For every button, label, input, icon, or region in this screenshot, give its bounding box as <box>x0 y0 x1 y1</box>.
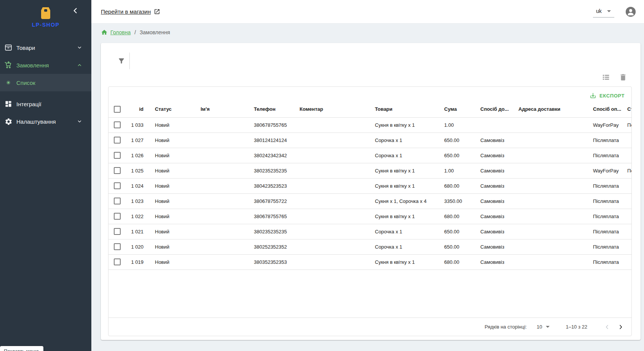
row-select-cell <box>108 254 127 270</box>
cell-payment: WayForPay <box>587 117 621 132</box>
go-to-store-link[interactable]: Перейти в магазин <box>101 8 160 15</box>
column-header-payment[interactable]: Спосіб оп... <box>587 101 621 117</box>
breadcrumb-home-link[interactable]: Головна <box>110 29 131 35</box>
table-row[interactable]: 1 023Новий380678755722Сукня x 1, Сорочка… <box>108 193 632 209</box>
download-icon <box>590 92 596 99</box>
row-select-cell <box>108 117 127 132</box>
cell-sum: 650.00 <box>438 239 474 254</box>
cell-goods: Сукня x 1, Сорочка x 4 <box>369 193 438 209</box>
next-page-button[interactable] <box>616 322 625 332</box>
sidebar-item-label: Список <box>16 80 35 86</box>
header-select-all <box>108 101 127 117</box>
column-header-delivery[interactable]: Спосіб до... <box>474 101 512 117</box>
trash-icon <box>619 73 627 81</box>
cell-payment_status <box>621 193 632 209</box>
chevron-right-icon <box>617 324 624 330</box>
row-checkbox[interactable] <box>114 137 121 144</box>
row-checkbox[interactable] <box>114 258 121 265</box>
row-checkbox[interactable] <box>114 213 121 220</box>
cell-address <box>512 193 587 209</box>
cell-goods: Сукня в квітку x 1 <box>369 117 438 132</box>
row-checkbox[interactable] <box>114 167 121 174</box>
cell-payment: Післяплата <box>587 209 621 224</box>
cell-payment: Післяплата <box>587 178 621 193</box>
collapse-sidebar-button[interactable] <box>72 7 79 14</box>
column-header-id[interactable]: id <box>127 101 149 117</box>
filter-funnel-icon <box>118 57 125 65</box>
table-row[interactable]: 1 024Новий380423523523Сукня в квітку x 1… <box>108 178 632 193</box>
view-list-icon <box>602 73 610 81</box>
row-checkbox[interactable] <box>114 152 121 159</box>
column-header-phone[interactable]: Телефон <box>248 101 293 117</box>
delete-button[interactable] <box>618 73 628 82</box>
row-checkbox[interactable] <box>114 182 121 189</box>
cell-delivery: Самовивіз <box>474 209 512 224</box>
sidebar-item-label: Налаштування <box>16 118 56 125</box>
orders-table: idСтатусІм'яТелефонКоментарТовариСумаСпо… <box>108 101 632 270</box>
row-checkbox[interactable] <box>114 121 121 128</box>
cell-delivery: Самовивіз <box>474 148 512 163</box>
external-link-icon <box>154 8 160 15</box>
column-header-name[interactable]: Ім'я <box>194 101 248 117</box>
cell-comment <box>293 224 369 239</box>
cell-name <box>194 132 248 148</box>
sidebar-item-integrations[interactable]: Інтеграції <box>0 95 91 113</box>
orders-table-card: ЕКСПОРТ idСтатусІм'яТелефонКоментарТовар… <box>108 86 632 336</box>
topbar: Перейти в магазин uk <box>91 0 644 24</box>
sidebar-item-label: Товари <box>16 45 35 51</box>
cell-phone: 380678755765 <box>248 209 293 224</box>
row-checkbox[interactable] <box>114 228 121 235</box>
menu-tooltip: Показать меню <box>0 346 43 351</box>
column-header-sum[interactable]: Сума <box>438 101 474 117</box>
column-header-comment[interactable]: Коментар <box>293 101 369 117</box>
column-header-goods[interactable]: Товари <box>369 101 438 117</box>
cell-goods: Сорочка x 1 <box>369 224 438 239</box>
sidebar-item-orders-list[interactable]: Список <box>0 74 91 91</box>
table-row[interactable]: 1 020Новий380252352352Сорочка x 1650.00С… <box>108 239 632 254</box>
table-row[interactable]: 1 021Новий380235235235Сорочка x 1650.00С… <box>108 224 632 239</box>
table-row[interactable]: 1 027Новий380124124124Сорочка x 1650.00С… <box>108 132 632 148</box>
cell-sum: 1.00 <box>438 117 474 132</box>
logo-text: LP-SHOP <box>19 22 72 28</box>
cell-id: 1 022 <box>127 209 149 224</box>
row-checkbox[interactable] <box>114 198 121 204</box>
table-row[interactable]: 1 019Новий380352352353Сукня в квітку x 1… <box>108 254 632 270</box>
user-avatar[interactable] <box>626 7 636 17</box>
export-button[interactable]: ЕКСПОРТ <box>587 91 628 101</box>
rows-per-page-select[interactable]: 10 <box>537 324 550 330</box>
column-list-button[interactable] <box>601 73 611 82</box>
sidebar: LP-SHOP Товари <box>0 0 91 351</box>
previous-page-button[interactable] <box>603 322 612 332</box>
sidebar-item-orders[interactable]: Замовлення <box>0 56 91 74</box>
table-row[interactable]: 1 025Новий380235235235Сукня в квітку x 1… <box>108 163 632 178</box>
cell-payment: Післяплата <box>587 224 621 239</box>
sidebar-item-settings[interactable]: Налаштування <box>0 113 91 130</box>
cell-payment_status <box>621 209 632 224</box>
column-header-address[interactable]: Адреса доставки <box>512 101 587 117</box>
row-select-cell <box>108 163 127 178</box>
table-row[interactable]: 1 033Новий380678755765Сукня в квітку x 1… <box>108 117 632 132</box>
cell-sum: 650.00 <box>438 148 474 163</box>
table-row[interactable]: 1 026Новий380242342342Сорочка x 1650.00С… <box>108 148 632 163</box>
select-all-checkbox[interactable] <box>114 106 121 113</box>
cell-goods: Сорочка x 1 <box>369 239 438 254</box>
main-area: Перейти в магазин uk Головна <box>91 0 644 351</box>
column-header-payment_status[interactable]: Ст <box>621 101 632 117</box>
cell-comment <box>293 132 369 148</box>
table-row[interactable]: 1 022Новий380678755765Сукня в квітку x 1… <box>108 209 632 224</box>
cell-id: 1 019 <box>127 254 149 270</box>
cell-phone: 380235235235 <box>248 163 293 178</box>
sidebar-item-label: Інтеграції <box>16 101 41 107</box>
language-select[interactable]: uk <box>593 6 614 18</box>
column-header-status[interactable]: Статус <box>149 101 194 117</box>
cell-goods: Сукня в квітку x 1 <box>369 209 438 224</box>
cell-payment: WayForPay <box>587 163 621 178</box>
filter-bar[interactable] <box>118 52 641 70</box>
cell-sum: 650.00 <box>438 224 474 239</box>
language-value: uk <box>596 8 602 14</box>
sidebar-item-products[interactable]: Товари <box>0 39 91 56</box>
row-select-cell <box>108 239 127 254</box>
row-select-cell <box>108 193 127 209</box>
home-icon <box>101 29 108 36</box>
row-checkbox[interactable] <box>114 243 121 250</box>
